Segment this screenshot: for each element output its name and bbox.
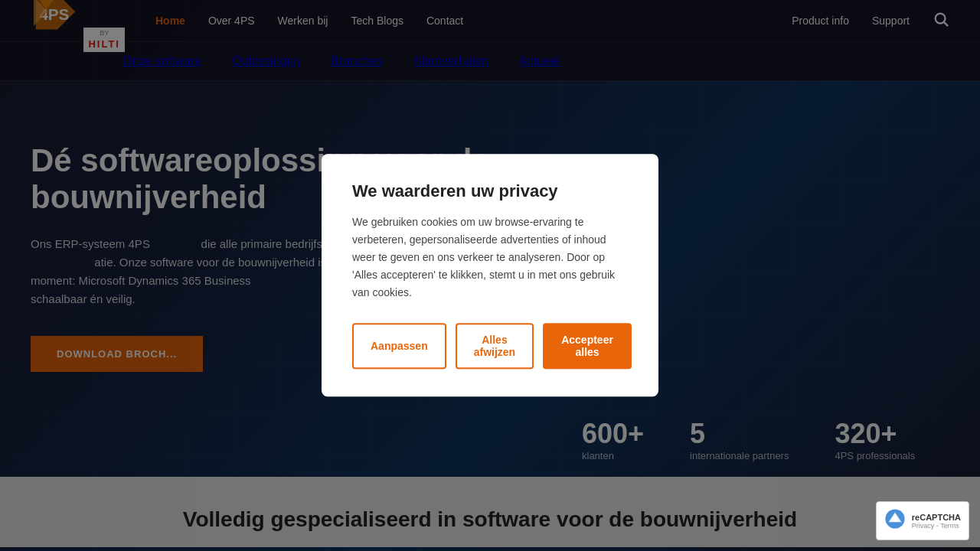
- recaptcha-label: reCAPTCHA: [912, 513, 961, 522]
- cookie-modal-title: We waarderen uw privacy: [352, 181, 628, 201]
- recaptcha-badge: reCAPTCHA Privacy - Terms: [876, 501, 969, 540]
- recaptcha-icon: [884, 508, 906, 533]
- cookie-buttons: Aanpassen Alles afwijzen Accepteer alles: [352, 324, 628, 370]
- aanpassen-button[interactable]: Aanpassen: [352, 324, 446, 370]
- alles-afwijzen-button[interactable]: Alles afwijzen: [456, 324, 534, 370]
- cookie-modal-body: We gebruiken cookies om uw browse-ervari…: [352, 214, 628, 302]
- recaptcha-sub: Privacy - Terms: [912, 522, 961, 530]
- svg-point-7: [892, 517, 897, 522]
- accepteer-alles-button[interactable]: Accepteer alles: [543, 324, 632, 370]
- cookie-consent-modal: We waarderen uw privacy We gebruiken coo…: [322, 154, 658, 396]
